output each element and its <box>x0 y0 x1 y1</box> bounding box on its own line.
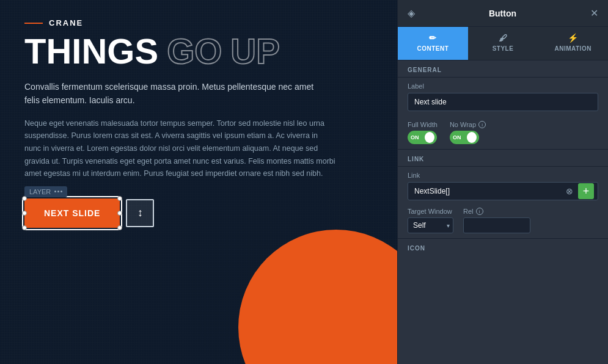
hero-content: CRANE THINGS GO UP Convallis fermentum s… <box>24 18 373 228</box>
link-add-button[interactable]: + <box>578 183 594 199</box>
rel-info-icon: i <box>476 208 483 215</box>
label-field-label: Label <box>408 82 598 90</box>
panel-layer-icon: ◈ <box>408 7 415 19</box>
brand-row: CRANE <box>24 18 373 27</box>
rel-group: Rel i <box>463 208 530 233</box>
full-width-knob <box>425 132 434 143</box>
animation-tab-label: ANIMATION <box>554 45 591 52</box>
target-window-label: Target Window <box>408 208 453 215</box>
full-width-toggle-group: Full Width ON <box>408 121 438 144</box>
style-tab-icon: 🖌 <box>499 33 508 43</box>
no-wrap-toggle[interactable]: ON <box>450 131 479 144</box>
label-field-row: Label <box>398 78 608 116</box>
orange-circle-decoration <box>238 230 397 364</box>
title-solid: THINGS <box>24 34 158 69</box>
animation-tab-icon: ⚡ <box>568 33 579 43</box>
hero-title: THINGS GO UP <box>24 34 373 69</box>
tab-animation[interactable]: ⚡ ANIMATION <box>538 27 608 60</box>
label-field-input[interactable] <box>408 93 598 111</box>
link-clear-button[interactable]: ⊗ <box>563 186 576 196</box>
link-input-wrapper: ⊗ + <box>408 182 598 200</box>
icon-section-header: ICON <box>398 238 608 255</box>
style-tab-label: STYLE <box>493 45 514 52</box>
arrow-button[interactable]: ↕ <box>126 199 154 227</box>
no-wrap-info-icon: i <box>478 121 486 128</box>
panel-title: Button <box>489 9 516 18</box>
full-width-toggle-text: ON <box>411 134 419 140</box>
panel-close-button[interactable]: ✕ <box>590 7 598 19</box>
layer-dots <box>54 191 62 192</box>
no-wrap-toggle-text: ON <box>453 134 461 140</box>
target-window-select[interactable]: Self _blank _parent _top <box>408 217 453 233</box>
resize-handle-ml[interactable] <box>22 211 27 216</box>
target-window-group: Target Window Self _blank _parent _top <box>408 208 453 233</box>
no-wrap-label: No Wrap i <box>450 121 486 128</box>
resize-handle-mr[interactable] <box>117 211 122 216</box>
rel-label: Rel i <box>463 208 530 215</box>
panel-body[interactable]: GENERAL Label Full Width ON No Wrap i <box>398 60 608 364</box>
tab-content[interactable]: ✏ CONTENT <box>398 27 468 60</box>
panel-tabs: ✏ CONTENT 🖌 STYLE ⚡ ANIMATION <box>398 27 608 60</box>
full-width-label: Full Width <box>408 121 438 128</box>
target-window-select-wrapper: Self _blank _parent _top <box>408 217 453 233</box>
target-row: Target Window Self _blank _parent _top R… <box>398 205 608 238</box>
resize-handle-tr[interactable] <box>117 196 122 201</box>
link-field-label: Link <box>408 172 598 179</box>
layer-badge: LAYER <box>24 186 67 197</box>
right-panel: ◈ Button ✕ ✏ CONTENT 🖌 STYLE ⚡ ANIMATION… <box>397 0 608 364</box>
toggle-row: Full Width ON No Wrap i ON <box>398 116 608 149</box>
title-outline-2: UP <box>230 34 280 69</box>
no-wrap-toggle-group: No Wrap i ON <box>450 121 486 144</box>
content-tab-label: CONTENT <box>417 45 449 52</box>
resize-handle-br[interactable] <box>117 225 122 230</box>
brand-name: CRANE <box>49 18 83 27</box>
resize-handle-bl[interactable] <box>22 225 27 230</box>
link-section-header: LINK <box>398 149 608 167</box>
tab-style[interactable]: 🖌 STYLE <box>468 27 538 60</box>
brand-line <box>24 23 43 24</box>
hero-subtitle: Convallis fermentum scelerisque massa pr… <box>24 80 330 107</box>
general-section-header: GENERAL <box>398 60 608 78</box>
panel-header: ◈ Button ✕ <box>398 0 608 27</box>
hero-body: Neque eget venenatis malesuada tortor te… <box>24 117 336 180</box>
title-outline-1: GO <box>167 34 222 69</box>
button-row: LAYER NEXT SLIDE ↕ <box>24 198 373 228</box>
content-tab-icon: ✏ <box>429 33 437 43</box>
link-field-row: Link ⊗ + <box>398 167 608 205</box>
full-width-toggle[interactable]: ON <box>408 131 437 144</box>
rel-input[interactable] <box>463 217 530 233</box>
next-slide-button[interactable]: NEXT SLIDE <box>24 198 120 228</box>
next-slide-btn-wrapper: LAYER NEXT SLIDE <box>24 198 120 228</box>
link-input[interactable] <box>412 183 563 200</box>
no-wrap-knob <box>467 132 477 143</box>
left-panel: CRANE THINGS GO UP Convallis fermentum s… <box>0 0 397 364</box>
resize-handle-tl[interactable] <box>22 196 27 201</box>
